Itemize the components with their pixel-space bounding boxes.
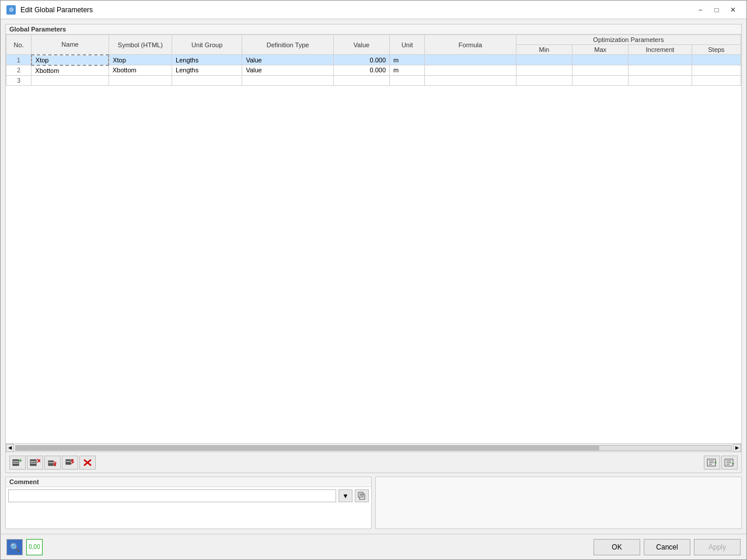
move-up-icon xyxy=(47,458,58,467)
cell-steps-1[interactable] xyxy=(692,55,741,65)
import-icon xyxy=(724,458,735,467)
cell-min-2[interactable] xyxy=(516,65,572,76)
col-header-max: Max xyxy=(573,45,629,55)
cell-increment-3[interactable] xyxy=(629,75,692,85)
cell-formula-1[interactable] xyxy=(425,55,516,65)
col-header-increment: Increment xyxy=(629,45,692,55)
col-header-definition-type: Definition Type xyxy=(242,35,333,55)
svg-text:✕: ✕ xyxy=(36,458,40,464)
bottom-left-controls: 🔍 0,00 xyxy=(6,539,43,555)
cell-symbol-1[interactable]: Xtop xyxy=(109,55,172,65)
comment-title: Comment xyxy=(6,477,371,487)
cell-steps-3[interactable] xyxy=(692,75,741,85)
global-parameters-group: Global Parameters xyxy=(5,24,742,473)
parameters-table: No. Name Symbol (HTML) Unit Group Defini… xyxy=(6,34,741,86)
move-down-button[interactable] xyxy=(62,456,78,470)
header-row-1: No. Name Symbol (HTML) Unit Group Defini… xyxy=(6,35,741,45)
svg-rect-0 xyxy=(13,460,19,466)
minimize-button[interactable]: − xyxy=(693,4,708,16)
cell-unit-3[interactable] xyxy=(390,75,425,85)
cell-unitgroup-3[interactable] xyxy=(172,75,242,85)
close-button[interactable]: ✕ xyxy=(725,4,741,16)
cell-max-2[interactable] xyxy=(573,65,629,76)
cell-deftype-1[interactable]: Value xyxy=(242,55,333,65)
value-status-icon[interactable]: 0,00 xyxy=(26,539,43,555)
col-header-opt-params: Optimization Parameters xyxy=(516,35,741,45)
import-button[interactable] xyxy=(721,456,738,470)
add-row-button[interactable]: + xyxy=(9,456,26,470)
toolbar-left: + ✕ xyxy=(9,456,96,470)
move-up-button[interactable] xyxy=(44,456,61,470)
apply-button[interactable]: Apply xyxy=(694,539,741,555)
cell-increment-2[interactable] xyxy=(629,65,692,76)
bottom-bar: 🔍 0,00 OK Cancel Apply xyxy=(1,534,746,559)
table-row[interactable]: 3 xyxy=(6,75,741,85)
cell-steps-2[interactable] xyxy=(692,65,741,76)
cell-no-1: 1 xyxy=(6,55,32,65)
cell-min-1[interactable] xyxy=(516,55,572,65)
search-status-icon[interactable]: 🔍 xyxy=(6,539,23,555)
horizontal-scrollbar[interactable]: ◀ ▶ xyxy=(6,443,741,452)
window-title: Edit Global Parameters xyxy=(20,6,93,14)
col-header-name: Name xyxy=(32,35,109,55)
cell-name-2[interactable]: Xbottom xyxy=(32,65,109,76)
svg-marker-20 xyxy=(714,461,717,463)
scrollbar-track[interactable] xyxy=(15,445,732,451)
window-controls: − □ ✕ xyxy=(693,4,741,16)
value-display: 0,00 xyxy=(29,544,40,550)
comment-input[interactable] xyxy=(8,489,336,502)
comment-dropdown-button[interactable]: ▼ xyxy=(338,489,352,502)
svg-rect-27 xyxy=(358,492,363,497)
cancel-button[interactable]: Cancel xyxy=(644,539,690,555)
cell-symbol-3[interactable] xyxy=(109,75,172,85)
ok-button[interactable]: OK xyxy=(594,539,640,555)
col-header-symbol: Symbol (HTML) xyxy=(109,35,172,55)
cell-value-1[interactable]: 0.000 xyxy=(333,55,389,65)
svg-rect-4 xyxy=(30,460,36,466)
table-container[interactable]: No. Name Symbol (HTML) Unit Group Defini… xyxy=(6,34,741,443)
cell-increment-1[interactable] xyxy=(629,55,692,65)
move-down-icon xyxy=(65,458,75,467)
comment-paste-button[interactable] xyxy=(355,489,369,502)
delete-row-icon: ✕ xyxy=(30,458,40,467)
cell-name-3[interactable] xyxy=(32,75,109,85)
scrollbar-thumb[interactable] xyxy=(16,446,599,450)
cell-formula-3[interactable] xyxy=(425,75,516,85)
col-header-unit-group: Unit Group xyxy=(172,35,242,55)
paste-icon xyxy=(358,492,366,500)
scroll-right-arrow[interactable]: ▶ xyxy=(733,444,741,452)
window-icon: ⚙ xyxy=(6,5,16,15)
cell-deftype-3[interactable] xyxy=(242,75,333,85)
cell-name-1[interactable]: Xtop xyxy=(32,55,109,65)
cell-max-1[interactable] xyxy=(573,55,629,65)
svg-text:+: + xyxy=(19,458,22,464)
cell-value-3[interactable] xyxy=(333,75,389,85)
export-button[interactable] xyxy=(704,456,720,470)
cell-formula-2[interactable] xyxy=(425,65,516,76)
cell-unitgroup-1[interactable]: Lengths xyxy=(172,55,242,65)
cell-value-2[interactable]: 0.000 xyxy=(333,65,389,76)
cell-deftype-2[interactable]: Value xyxy=(242,65,333,76)
cell-unit-1[interactable]: m xyxy=(390,55,425,65)
export-icon xyxy=(707,458,717,467)
maximize-button[interactable]: □ xyxy=(709,4,724,16)
col-header-no: No. xyxy=(6,35,32,55)
table-row[interactable]: 2 Xbottom Xbottom Lengths Value 0.000 m xyxy=(6,65,741,76)
cell-max-3[interactable] xyxy=(573,75,629,85)
cell-unit-2[interactable]: m xyxy=(390,65,425,76)
table-row[interactable]: 1 Xtop Xtop Lengths Value 0.000 m xyxy=(6,55,741,65)
col-header-min: Min xyxy=(516,45,572,55)
table-toolbar: + ✕ xyxy=(6,452,741,473)
scroll-left-arrow[interactable]: ◀ xyxy=(6,444,14,452)
cell-symbol-2[interactable]: Xbottom xyxy=(109,65,172,76)
col-header-value: Value xyxy=(333,35,389,55)
svg-rect-8 xyxy=(48,461,53,466)
col-header-steps: Steps xyxy=(692,45,741,55)
cell-min-3[interactable] xyxy=(516,75,572,85)
delete-row-button[interactable]: ✕ xyxy=(27,456,43,470)
main-content: Global Parameters xyxy=(1,19,746,534)
delete-all-button[interactable] xyxy=(79,456,96,470)
svg-marker-25 xyxy=(732,463,734,465)
bottom-right-controls: OK Cancel Apply xyxy=(594,539,741,555)
cell-unitgroup-2[interactable]: Lengths xyxy=(172,65,242,76)
